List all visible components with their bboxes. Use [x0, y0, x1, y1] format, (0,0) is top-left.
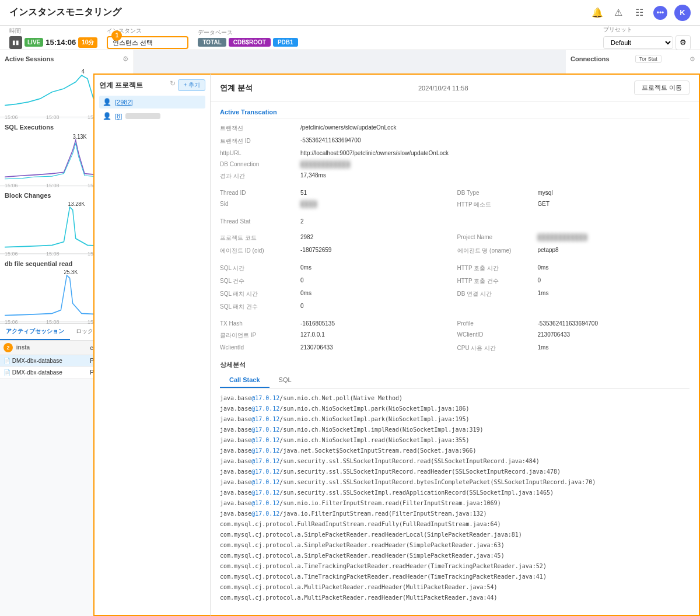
analysis-panel: 연계 분석 2024/10/24 11:58 프로젝트 이동 Active Tr…	[210, 74, 700, 616]
time-display: 15:14:06	[46, 38, 76, 47]
value-thread-stat: 2	[300, 217, 690, 226]
project-add-button[interactable]: + 추기	[178, 79, 205, 91]
tab-sql[interactable]: SQL	[270, 373, 301, 388]
instance-select-wrapper: 1 인스턴스 선택	[107, 36, 188, 49]
instance-badge-1: 1	[111, 30, 122, 41]
connections-settings-icon[interactable]: ⚙	[690, 55, 695, 63]
project-item-2[interactable]: 👤 [8]	[99, 110, 205, 123]
value-agent-name: petapp8	[538, 246, 690, 256]
pause-button[interactable]: ▮▮	[9, 36, 22, 49]
preset-group: プリセット Default ⚙	[603, 26, 691, 50]
call-stack-line: com.mysql.cj.protocol.FullReadInputStrea…	[220, 519, 690, 530]
label-elapsed: 경과 시간	[220, 171, 296, 181]
transaction-info: 트랜잭션 /petclinic/owners/slow/updateOnLock…	[220, 123, 690, 181]
svg-text:3.13K: 3.13K	[73, 134, 87, 140]
analysis-header: 연계 분석 2024/10/24 11:58 프로젝트 이동	[211, 75, 699, 102]
db-control-group: データベース TOTAL CDB$ROOT PDB1	[198, 29, 298, 47]
label-http-url: httpURL	[220, 149, 296, 158]
call-stack-line: java.base@17.0.12/sun.security.ssl.SSLSo…	[220, 467, 690, 477]
controls-bar: 時間 ▮▮ LIVE 15:14:06 10分 インスタンス 1 인스턴스 선택…	[0, 26, 700, 50]
call-stack-line: com.mysql.cj.protocol.a.SimplePacketRead…	[220, 530, 690, 540]
notification-icon[interactable]: 🔔	[590, 6, 604, 20]
label-cpu-time: CPU 사용 시간	[457, 343, 533, 354]
project-item-1[interactable]: 👤 [2982]	[99, 96, 205, 108]
preset-control: プリセット Default ⚙	[603, 26, 691, 50]
label-http-call-count: HTTP 호출 건수	[457, 276, 533, 286]
analysis-body: Active Transcation 트랜잭션 /petclinic/owner…	[211, 102, 699, 610]
value-http-method: GET	[538, 200, 690, 210]
value-db-type: mysql	[538, 188, 690, 197]
session-insta-2: 📄 DMX-dbx-database	[0, 367, 86, 379]
project-panel-header: 연계 프로젝트 ↻ + 추기	[99, 79, 205, 91]
label-tx-hash: TX Hash	[220, 319, 296, 328]
label-agent-id: 에이전트 ID (oid)	[220, 246, 296, 256]
avatar[interactable]: K	[674, 5, 691, 21]
db-icon-1: 📄	[4, 358, 10, 364]
call-stack-line: java.base@17.0.12/sun.nio.ch.NioSocketIm…	[220, 404, 690, 414]
thread-info: Thread ID 51 DB Type mysql Sid ████ HTTP…	[220, 188, 690, 210]
project-item-id-2: [8]	[115, 113, 122, 120]
analysis-move-button[interactable]: 프로젝트 이동	[634, 80, 690, 95]
label-agent-name: 에이전트 명 (oname)	[457, 246, 533, 256]
active-transaction-title: Active Transcation	[220, 108, 690, 118]
header-icons: 🔔 ⚠ ☷ ••• K	[590, 5, 691, 21]
project-panel-title: 연계 프로젝트	[99, 80, 143, 90]
project-item-id-1: [2982]	[115, 99, 133, 106]
call-stack-line: com.mysql.cj.protocol.a.SimplePacketRead…	[220, 551, 690, 561]
preset-select[interactable]: Default	[603, 36, 673, 49]
min-badge[interactable]: 10分	[78, 37, 97, 48]
value-client-ip: 127.0.0.1	[300, 330, 453, 341]
project-item-name-2	[125, 113, 160, 119]
project-info: 프로젝트 코드 2982 Project Name ████████████ 에…	[220, 233, 690, 256]
value-sql-patch-time: 0ms	[300, 289, 453, 299]
project-icon-1: 👤	[103, 98, 111, 106]
call-stack-line: com.mysql.cj.protocol.a.SimplePacketRead…	[220, 540, 690, 551]
label-wclient-id2: WclientId	[220, 343, 296, 354]
label-transaction: 트랜잭션	[220, 123, 296, 134]
connections-chart-header: Connections Tor Stat ⚙	[570, 55, 695, 63]
thread-stat-info: Thread Stat 2	[220, 217, 690, 226]
active-sessions-settings-icon[interactable]: ⚙	[123, 55, 129, 63]
db-tag-cdb[interactable]: CDB$ROOT	[229, 38, 271, 47]
preset-settings-button[interactable]: ⚙	[676, 35, 691, 50]
main-content: Active Sessions ⚙ 4 15:0615:0815:10 SQL …	[0, 50, 700, 616]
grid-icon[interactable]: ☷	[632, 6, 646, 20]
modal-overlay: 연계 프로젝트 ↻ + 추기 👤 [2982] 👤 [8]	[0, 50, 700, 616]
db-tag-pdb[interactable]: PDB1	[273, 38, 298, 47]
label-project-code: 프로젝트 코드	[220, 233, 296, 243]
label-thread-stat: Thread Stat	[220, 217, 296, 226]
value-sid: ████	[300, 200, 453, 210]
alert-icon[interactable]: ⚠	[611, 6, 625, 20]
detail-section-label: 상세분석	[220, 360, 690, 369]
detail-section: 상세분석 Call Stack SQL java.base@17.0.12/su…	[220, 360, 690, 603]
value-http-call-time: 0ms	[538, 263, 690, 274]
call-stack-line: java.base@17.0.12/sun.nio.ch.NioSocketIm…	[220, 425, 690, 435]
modal-container: 연계 프로젝트 ↻ + 추기 👤 [2982] 👤 [8]	[93, 74, 700, 616]
page-title: インスタンスモニタリング	[9, 6, 590, 19]
value-agent-id: -180752659	[300, 246, 453, 256]
connections-top-stat-button[interactable]: Tor Stat	[635, 55, 662, 63]
call-stack-line: java.base@17.0.12/sun.nio.ch.NioSocketIm…	[220, 435, 690, 446]
project-icon-2: 👤	[103, 112, 111, 120]
session-insta-1: 📄 DMX-dbx-database	[0, 355, 86, 367]
value-cpu-time: 1ms	[538, 343, 690, 354]
value-sql-patch-count: 0	[300, 302, 453, 312]
value-thread-id: 51	[300, 188, 453, 197]
call-stack-line: java.base@17.0.12/java.io.FilterInputStr…	[220, 509, 690, 519]
db-tags: TOTAL CDB$ROOT PDB1	[198, 38, 298, 47]
value-tx-hash: -1616805135	[300, 319, 453, 328]
value-http-url: http://localhost:9007/petclinic/owners/s…	[300, 149, 690, 158]
tab-active-sessions[interactable]: アクティブセッション	[0, 324, 70, 340]
live-badge: LIVE	[24, 38, 43, 47]
call-stack-line: java.base@17.0.12/sun.security.ssl.SSLSo…	[220, 477, 690, 488]
label-sid: Sid	[220, 200, 296, 210]
project-refresh-icon[interactable]: ↻	[170, 79, 176, 91]
call-stack-line: java.base@17.0.12/sun.nio.ch.NioSocketIm…	[220, 414, 690, 425]
preset-label: プリセット	[603, 26, 691, 34]
tab-call-stack[interactable]: Call Stack	[220, 373, 270, 388]
label-sql-patch-count: SQL 패치 건수	[220, 302, 296, 312]
value-sql-time: 0ms	[300, 263, 453, 274]
call-stack-line: com.mysql.cj.protocol.a.TimeTrackingPack…	[220, 561, 690, 572]
more-icon[interactable]: •••	[653, 6, 667, 20]
db-tag-total[interactable]: TOTAL	[198, 38, 226, 47]
